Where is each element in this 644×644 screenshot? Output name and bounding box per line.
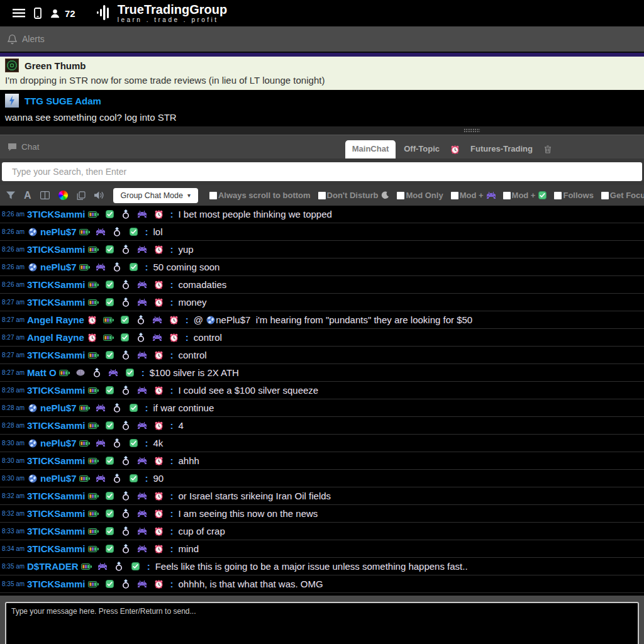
hamburger-menu-icon[interactable] xyxy=(13,9,25,18)
search-input[interactable] xyxy=(2,162,642,181)
checkbox[interactable] xyxy=(554,192,562,199)
message-username[interactable]: 3TICKSammi xyxy=(27,209,86,219)
message-username[interactable]: nePlu$7 xyxy=(40,226,77,237)
ring-icon xyxy=(112,227,123,236)
brand-title: TrueTradingGroup xyxy=(118,3,227,16)
message-username[interactable]: 3TICKSammi xyxy=(27,420,86,431)
checkbox[interactable] xyxy=(503,192,511,199)
message-username[interactable]: 3TICKSammi xyxy=(27,297,86,308)
checkbox[interactable] xyxy=(209,192,217,199)
message-colon: : xyxy=(170,244,174,255)
toggle-mod-only[interactable]: Mod Only xyxy=(397,191,443,200)
message-username[interactable]: nePlu$7 xyxy=(40,402,77,413)
message-text: ahhh xyxy=(179,455,199,466)
message-username[interactable]: 3TICKSammi xyxy=(27,350,86,360)
toggle-follows[interactable]: Follows xyxy=(554,191,593,200)
phone-icon[interactable] xyxy=(34,8,42,19)
alerts-bar[interactable]: Alerts xyxy=(0,26,644,53)
message-username[interactable]: nePlu$7 xyxy=(40,438,77,448)
toggle-don-t-disturb-moon[interactable]: Don't Disturb xyxy=(318,191,390,200)
message-text: lol xyxy=(153,226,163,237)
invader-icon xyxy=(137,281,148,288)
message-colon: : xyxy=(170,420,174,431)
battery-icon xyxy=(88,247,99,253)
group-chat-mode-button[interactable]: Group Chat Mode▾ xyxy=(113,188,198,203)
message-username[interactable]: 3TICKSammi xyxy=(27,543,86,554)
avatar xyxy=(5,94,19,108)
message-username[interactable]: 3TICKSammi xyxy=(27,526,86,536)
color-wheel-icon[interactable] xyxy=(58,191,68,200)
message-username[interactable]: 3TICKSammi xyxy=(27,508,86,519)
tab-off-topic[interactable]: Off-Topic xyxy=(397,140,447,158)
message-timestamp: 8:33 am xyxy=(2,528,27,535)
message-username[interactable]: Angel Rayne xyxy=(27,314,84,325)
battery-icon xyxy=(103,317,114,323)
invader-icon xyxy=(137,528,148,535)
message-username[interactable]: 3TICKSammi xyxy=(27,455,86,466)
checkbox[interactable] xyxy=(451,192,458,199)
message-username[interactable]: nePlu$7 xyxy=(40,262,77,272)
invader-icon xyxy=(96,440,106,447)
pinned-username[interactable]: Green Thumb xyxy=(25,60,86,71)
message-username[interactable]: 3TICKSammi xyxy=(27,491,86,501)
invader-icon xyxy=(96,228,106,235)
chat-message-row: 8:27 am3TICKSammi:control xyxy=(0,347,644,364)
trash-icon[interactable] xyxy=(541,145,555,158)
ring-icon xyxy=(121,386,131,395)
alarm-icon xyxy=(153,492,164,501)
filter-icon[interactable] xyxy=(6,191,15,199)
globe-icon xyxy=(27,474,38,483)
message-username[interactable]: 3TICKSammi xyxy=(27,579,86,589)
chat-title: Chat xyxy=(21,142,40,152)
tab-futures-trading[interactable]: Futures-Trading xyxy=(464,140,540,158)
message-timestamp: 8:27 am xyxy=(2,369,27,376)
mention[interactable]: nePlu$7 xyxy=(216,314,250,325)
pinned-message-text: wanna see something cool? log into STR xyxy=(5,112,639,123)
checkbox[interactable] xyxy=(397,192,404,199)
alarm-icon xyxy=(153,545,164,553)
alarm-icon xyxy=(153,280,164,289)
battery-icon xyxy=(88,581,99,587)
message-username[interactable]: 3TICKSammi xyxy=(27,279,86,290)
message-colon: : xyxy=(145,473,148,484)
message-text: $100 silver is 2X ATH xyxy=(150,367,239,378)
message-colon: : xyxy=(170,209,174,219)
font-icon[interactable]: A xyxy=(24,190,31,201)
toggle-mod-check[interactable]: Mod + xyxy=(503,191,547,200)
message-username[interactable]: D$TRADER xyxy=(27,561,79,572)
toggle-always-scroll-to-bottom[interactable]: Always scroll to bottom xyxy=(209,191,311,200)
message-username[interactable]: 3TICKSammi xyxy=(27,385,86,396)
message-username[interactable]: 3TICKSammi xyxy=(27,244,86,255)
chat-message-row: 8:34 am3TICKSammi:mind xyxy=(0,540,644,558)
speaker-icon[interactable] xyxy=(94,191,104,199)
toggle-get-focused[interactable]: Get Focused xyxy=(601,191,644,200)
battery-icon xyxy=(88,211,99,218)
brand-logo: TrueTradingGroup learn . trade . profit xyxy=(97,3,227,23)
check-icon xyxy=(538,191,547,199)
drag-handle[interactable] xyxy=(464,128,480,133)
message-timestamp: 8:26 am xyxy=(2,228,27,235)
message-username[interactable]: Angel Rayne xyxy=(27,332,84,343)
message-timestamp: 8:30 am xyxy=(2,475,27,482)
checkbox[interactable] xyxy=(601,192,609,199)
ring-icon xyxy=(121,350,131,360)
ring-icon xyxy=(121,544,131,553)
chat-message-row: 8:30 am3TICKSammi:ahhh xyxy=(0,452,644,470)
message-timestamp: 8:26 am xyxy=(2,211,27,218)
copy-icon[interactable] xyxy=(77,191,86,200)
columns-icon[interactable] xyxy=(40,191,50,199)
battery-icon xyxy=(88,423,99,429)
checkbox[interactable] xyxy=(318,192,326,199)
pinned-username[interactable]: TTG SUGE Adam xyxy=(25,96,101,106)
message-input[interactable] xyxy=(5,602,639,644)
toggle-mod-invader[interactable]: Mod + xyxy=(451,191,496,200)
message-text: comadaties xyxy=(179,279,227,290)
message-username[interactable]: Matt O xyxy=(27,367,57,378)
invader-icon xyxy=(152,334,163,341)
chat-message-row: 8:30 amnePlu$7:4k xyxy=(0,435,644,452)
battery-icon xyxy=(88,458,99,464)
message-username[interactable]: nePlu$7 xyxy=(40,473,77,484)
chat-bubble-icon xyxy=(8,143,17,152)
chat-message-row: 8:26 am3TICKSammi:comadaties xyxy=(0,276,644,294)
tab-mainchat[interactable]: MainChat xyxy=(345,140,396,158)
